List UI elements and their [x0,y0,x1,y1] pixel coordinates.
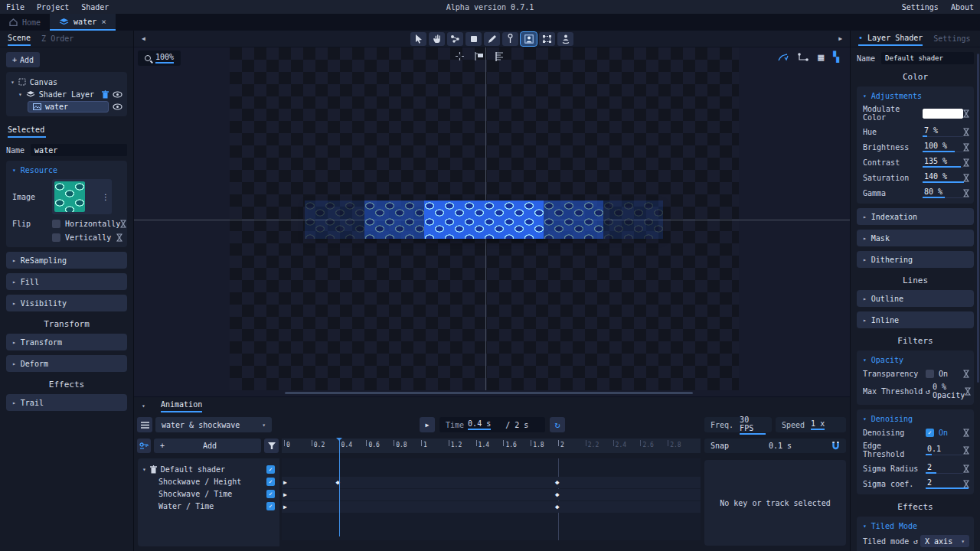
add-layer-button[interactable]: + Add [6,52,40,67]
animate-key-icon[interactable] [963,143,969,152]
delete-track-icon[interactable] [150,465,157,474]
keyframe-diamond[interactable]: ◆ [555,479,559,486]
animation-menu-button[interactable] [137,417,152,432]
water-tile[interactable] [484,201,544,239]
layer-name-input[interactable]: water [31,144,127,156]
animate-key-icon[interactable] [963,429,969,437]
water-texture-thumbnail[interactable] [54,181,85,212]
tree-item-canvas[interactable]: ▾ Canvas [9,76,124,88]
canvas-horizontal-scrollbar[interactable] [285,392,693,394]
hue-input[interactable]: 7 % [923,126,963,137]
tiled-mode-select[interactable]: X axis ▾ [920,535,969,547]
animate-key-icon[interactable] [963,465,969,473]
flip-vertical-checkbox[interactable] [52,233,60,242]
puppet-tool-button[interactable] [557,32,573,46]
freq-value[interactable]: 30 FPS [740,416,766,435]
magnet-icon[interactable] [831,442,840,451]
add-track-button[interactable]: + Add [154,439,261,453]
caret-down-icon[interactable]: ▾ [142,466,146,473]
reset-icon[interactable]: ↺ [913,537,918,546]
tree-item-shader-layer[interactable]: ▾ Shader Layer [9,88,124,100]
tab-scene[interactable]: Scene [8,31,31,46]
collapse-right-panel-icon[interactable]: ▶ [838,35,842,42]
section-deform[interactable]: ▸ Deform [6,355,127,372]
timeline-ruler[interactable]: 00.20.40.60.811.21.41.61.822.22.42.62.8 [282,439,701,453]
tree-item-water-selected[interactable]: water [28,101,109,112]
section-fill[interactable]: ▸ Fill [6,273,127,290]
track-enabled-checkbox[interactable]: ✓ [266,465,275,474]
timeline-track-row[interactable]: ▶◆◆ [282,477,701,488]
caret-down-icon[interactable]: ▾ [18,91,22,98]
resource-section-header[interactable]: ▾ Resource [6,164,127,177]
grid-toggle-icon[interactable]: ▦ [818,51,824,63]
image-resource-picker[interactable]: ⋮ [52,179,112,214]
speed-value[interactable]: 1 x [811,419,825,430]
keyframe-diamond[interactable]: ◆ [555,491,559,498]
section-transform[interactable]: ▸ Transform [6,334,127,350]
tree-item-water[interactable]: water [9,100,124,112]
sigma-radius-input[interactable]: 2 [926,463,963,474]
animate-key-icon[interactable] [963,370,969,378]
zoom-value[interactable]: 100% [155,53,174,64]
playhead[interactable] [339,439,340,536]
auto-key-button[interactable] [137,439,151,453]
transparency-checkbox[interactable] [926,370,934,378]
track-enabled-checkbox[interactable]: ✓ [266,502,275,510]
contrast-input[interactable]: 135 % [923,157,963,168]
reset-icon[interactable]: ↺ [926,387,930,396]
right-panel-scrollbar[interactable] [977,54,979,383]
section-indexation[interactable]: ▸ Indexation [857,208,974,225]
max-threshold-value[interactable]: 0 % Opacity [933,383,965,399]
anchor-flag-icon[interactable] [475,52,484,60]
caret-down-icon[interactable]: ▾ [11,79,15,86]
tab-water[interactable]: water × [50,14,116,31]
pointer-tool-button[interactable] [410,32,426,46]
animate-key-icon[interactable] [120,220,126,228]
rect-select-tool-button[interactable] [466,32,482,46]
visibility-eye-icon[interactable] [113,91,122,98]
water-tile[interactable] [603,201,663,239]
tab-close-icon[interactable]: × [101,17,106,27]
animation-tab[interactable]: Animation [161,400,202,412]
brush-tool-button[interactable] [484,32,500,46]
menu-shader[interactable]: Shader [81,3,109,11]
track-list-item[interactable]: Shockwave / Height✓ [138,475,279,487]
path-points-icon[interactable] [798,53,808,62]
tab-home[interactable]: Home [0,14,50,31]
play-button[interactable]: ▶ [420,417,435,432]
water-layer-tiles[interactable] [305,201,663,239]
section-visibility[interactable]: ▸ Visibility [6,295,127,311]
collapse-animation-icon[interactable]: ▾ [142,403,145,409]
animate-key-icon[interactable] [963,480,969,488]
checker-background-toggle-icon[interactable]: ▚ [833,51,839,63]
track-start-arrow-icon[interactable]: ▶ [283,491,287,498]
pen-curve-icon[interactable] [778,53,789,62]
animate-key-icon[interactable] [963,174,969,182]
track-start-arrow-icon[interactable]: ▶ [283,504,287,510]
keyframe-diamond[interactable]: ◆ [555,504,559,510]
tab-z-order[interactable]: Z Order [41,32,74,45]
track-enabled-checkbox[interactable]: ✓ [266,478,275,486]
section-inline[interactable]: ▸ Inline [857,311,974,328]
tiled-mode-section-header[interactable]: ▾ Tiled Mode [857,520,974,533]
opacity-section-header[interactable]: ▾ Opacity [857,354,974,367]
adjustments-section-header[interactable]: ▾ Adjustments [857,90,974,103]
section-mask[interactable]: ▸ Mask [857,230,974,246]
timeline-track-row[interactable]: ▶◆ [282,489,701,500]
animate-key-icon[interactable] [963,446,969,455]
shader-name-input[interactable]: Default shader [881,52,974,64]
animate-key-icon[interactable] [116,233,122,242]
modulate-color-swatch[interactable] [923,109,963,119]
section-dithering[interactable]: ▸ Dithering [857,251,974,268]
filter-tracks-button[interactable] [264,439,279,453]
animate-key-icon[interactable] [965,387,971,396]
brightness-input[interactable]: 100 % [923,142,963,152]
animate-key-icon[interactable] [963,189,969,197]
water-tile[interactable] [364,201,424,239]
track-enabled-checkbox[interactable]: ✓ [266,490,275,498]
section-resampling[interactable]: ▸ ReSampling [6,252,127,269]
flip-horizontal-checkbox[interactable] [52,220,60,228]
water-tile[interactable] [544,201,603,239]
timeline-track-row[interactable]: ▶◆ [282,501,701,513]
animation-clip-select[interactable]: water & shockwave ▾ [155,417,272,432]
